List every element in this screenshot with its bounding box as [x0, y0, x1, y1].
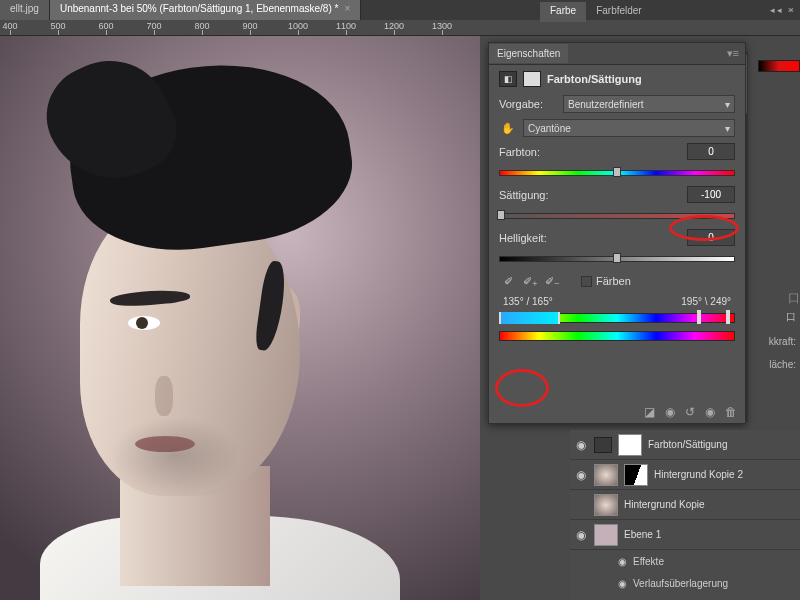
- document-tab-active[interactable]: Unbenannt-3 bei 50% (Farbton/Sättigung 1…: [50, 0, 361, 20]
- lightness-label: Helligkeit:: [499, 232, 547, 244]
- targeted-adjust-icon[interactable]: ✋: [499, 119, 517, 137]
- effects-label: Effekte: [633, 556, 664, 567]
- reset-icon[interactable]: ↺: [685, 405, 695, 419]
- hue-label: Farbton:: [499, 146, 540, 158]
- visibility-icon[interactable]: ◉: [705, 405, 715, 419]
- saturation-slider[interactable]: [499, 209, 735, 221]
- tab-farbe[interactable]: Farbe: [540, 2, 586, 22]
- eyedropper-add-icon[interactable]: ✐₊: [521, 272, 539, 290]
- eyedropper-sub-icon[interactable]: ✐₋: [543, 272, 561, 290]
- fill-label: läche:: [760, 359, 800, 370]
- visibility-icon[interactable]: ◉: [574, 438, 588, 452]
- close-icon[interactable]: ×: [344, 3, 350, 14]
- adjustment-icon[interactable]: ◧: [499, 71, 517, 87]
- layer-mask-thumb[interactable]: [618, 434, 642, 456]
- visibility-icon[interactable]: ◉: [574, 468, 588, 482]
- layer-effect-item[interactable]: ◉Verlaufsüberlagerung: [570, 572, 800, 594]
- panel-menu-icon[interactable]: ▾≡: [721, 47, 745, 60]
- lightness-input[interactable]: [687, 229, 735, 246]
- clip-icon[interactable]: ◪: [644, 405, 655, 419]
- layer-mask-thumb[interactable]: [624, 464, 648, 486]
- range-right-label: 195° \ 249°: [681, 296, 731, 307]
- layers-panel: ◉ Farbton/Sättigung ◉ Hintergrund Kopie …: [570, 430, 800, 600]
- layer-name: Hintergrund Kopie 2: [654, 469, 743, 480]
- hue-slider[interactable]: [499, 166, 735, 178]
- dock-labels: 口 kkraft: läche:: [760, 260, 800, 382]
- opacity-label: kkraft:: [760, 336, 800, 347]
- hue-input[interactable]: [687, 143, 735, 160]
- canvas-image[interactable]: [0, 36, 480, 600]
- layer-thumb[interactable]: [594, 494, 618, 516]
- panel-tab-eigenschaften[interactable]: Eigenschaften: [489, 44, 568, 63]
- properties-panel: Eigenschaften ▾≡ ◧ ▭ Farbton/Sättigung V…: [488, 42, 746, 424]
- layer-thumb[interactable]: [594, 524, 618, 546]
- layer-effects-row[interactable]: ◉Effekte: [570, 550, 800, 572]
- color-panel-tabs: Farbe Farbfelder ◂◂ ×: [540, 2, 800, 22]
- mask-icon[interactable]: ▭: [523, 71, 541, 87]
- effect-name: Verlaufsüberlagerung: [633, 578, 728, 589]
- panel-collapse-icon[interactable]: ◂◂ ×: [770, 5, 796, 15]
- layer-thumb[interactable]: [594, 464, 618, 486]
- document-tab[interactable]: ellt.jpg: [0, 0, 50, 20]
- layer-name: Farbton/Sättigung: [648, 439, 728, 450]
- visibility-icon[interactable]: ◉: [618, 556, 627, 567]
- tab-label: ellt.jpg: [10, 3, 39, 14]
- channel-select[interactable]: Cyantöne: [523, 119, 735, 137]
- layer-row[interactable]: Hintergrund Kopie: [570, 490, 800, 520]
- range-left-label: 135° / 165°: [503, 296, 553, 307]
- tab-farbfelder[interactable]: Farbfelder: [586, 2, 652, 22]
- layer-row[interactable]: ◉ Hintergrund Kopie 2: [570, 460, 800, 490]
- eyedropper-icon[interactable]: ✐: [499, 272, 517, 290]
- horizontal-ruler: 4005006007008009001000110012001300: [0, 20, 800, 36]
- preset-select[interactable]: Benutzerdefiniert: [563, 95, 735, 113]
- color-range-slider-main[interactable]: [499, 327, 735, 343]
- tab-label: Unbenannt-3 bei 50% (Farbton/Sättigung 1…: [60, 3, 339, 14]
- view-previous-icon[interactable]: ◉: [665, 405, 675, 419]
- color-ramp[interactable]: [758, 60, 800, 72]
- adjustment-kind-label: Farbton/Sättigung: [547, 73, 642, 85]
- saturation-input[interactable]: [687, 186, 735, 203]
- visibility-icon[interactable]: ◉: [574, 528, 588, 542]
- layer-row[interactable]: ◉ Farbton/Sättigung: [570, 430, 800, 460]
- layer-name: Ebene 1: [624, 529, 661, 540]
- visibility-icon[interactable]: ◉: [618, 578, 627, 589]
- colorize-label: Färben: [596, 275, 631, 287]
- annotation-circle: [495, 369, 549, 407]
- color-range-slider[interactable]: [499, 309, 735, 325]
- layer-name: Hintergrund Kopie: [624, 499, 705, 510]
- preset-label: Vorgabe:: [499, 98, 557, 110]
- colorize-checkbox[interactable]: [581, 276, 592, 287]
- adjustment-thumb-icon: [594, 437, 612, 453]
- saturation-label: Sättigung:: [499, 189, 549, 201]
- trash-icon[interactable]: 🗑: [725, 405, 737, 419]
- lightness-slider[interactable]: [499, 252, 735, 264]
- layer-row[interactable]: ◉ Ebene 1: [570, 520, 800, 550]
- dock-crop-icon[interactable]: 口: [760, 310, 800, 324]
